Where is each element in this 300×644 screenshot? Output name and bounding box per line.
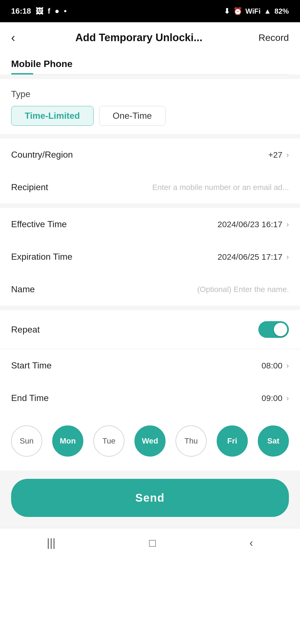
end-time-group: End Time 09:00 › — [0, 382, 300, 414]
start-time-value: 08:00 › — [262, 361, 289, 370]
name-group: Name (Optional) Enter the name. — [0, 273, 300, 306]
expiration-time-text: 2024/06/25 17:17 — [218, 252, 282, 262]
name-label: Name — [11, 284, 35, 294]
send-button[interactable]: Send — [11, 479, 289, 517]
expiration-time-chevron: › — [286, 252, 289, 261]
nav-menu-icon[interactable]: ||| — [47, 537, 56, 549]
country-region-code: +27 — [268, 150, 282, 160]
divider-2 — [0, 134, 300, 138]
page-title: Add Temporary Unlocki... — [28, 32, 250, 44]
status-bar: 16:18 🖼 f ● • ⬇ ⏰ WiFi ▲ 82% — [0, 0, 300, 22]
status-facebook-icon: f — [48, 7, 50, 16]
start-time-label: Start Time — [11, 360, 52, 371]
type-label: Type — [11, 89, 289, 99]
day-tue[interactable]: Tue — [93, 425, 124, 457]
back-button[interactable]: ‹ — [11, 31, 28, 44]
repeat-row: Repeat — [0, 310, 300, 349]
day-mon[interactable]: Mon — [52, 425, 83, 457]
expiration-time-group: Expiration Time 2024/06/25 17:17 › — [0, 241, 300, 273]
start-time-text: 08:00 — [262, 361, 282, 370]
nav-back-icon[interactable]: ‹ — [249, 537, 253, 549]
type-buttons: Time-Limited One-Time — [11, 106, 289, 126]
recipient-input[interactable]: Enter a mobile number or an email ad... — [152, 183, 289, 192]
toggle-knob — [274, 323, 287, 336]
status-time: 16:18 — [11, 7, 31, 16]
status-right: ⬇ ⏰ WiFi ▲ 82% — [224, 7, 289, 16]
country-region-label: Country/Region — [11, 150, 73, 160]
day-sun[interactable]: Sun — [11, 425, 42, 457]
tab-mobile-phone[interactable]: Mobile Phone — [11, 56, 72, 74]
effective-time-chevron: › — [286, 220, 289, 229]
status-battery: 82% — [274, 7, 289, 16]
country-region-group: Country/Region +27 › — [0, 138, 300, 171]
end-time-value: 09:00 › — [262, 393, 289, 403]
divider-3 — [0, 204, 300, 208]
status-download-icon: ⬇ — [224, 7, 230, 16]
recipient-group: Recipient Enter a mobile number or an em… — [0, 171, 300, 204]
effective-time-row[interactable]: Effective Time 2024/06/23 16:17 › — [0, 208, 300, 241]
effective-time-text: 2024/06/23 16:17 — [218, 220, 282, 229]
repeat-label: Repeat — [11, 325, 40, 335]
end-time-chevron: › — [286, 394, 289, 403]
section-divider — [0, 75, 300, 79]
name-input[interactable]: (Optional) Enter the name. — [197, 285, 289, 294]
record-button[interactable]: Record — [250, 32, 289, 43]
effective-time-label: Effective Time — [11, 219, 67, 229]
day-thu[interactable]: Thu — [176, 425, 207, 457]
divider-4 — [0, 306, 300, 310]
type-section: Type Time-Limited One-Time — [0, 79, 300, 134]
status-signal-icon: ▲ — [264, 7, 271, 16]
end-time-row[interactable]: End Time 09:00 › — [0, 382, 300, 414]
day-wed[interactable]: Wed — [134, 425, 166, 457]
effective-time-value: 2024/06/23 16:17 › — [218, 220, 289, 229]
effective-time-group: Effective Time 2024/06/23 16:17 › — [0, 208, 300, 241]
start-time-chevron: › — [286, 361, 289, 370]
repeat-toggle[interactable] — [258, 321, 289, 338]
status-whatsapp-icon: ● — [55, 7, 59, 16]
end-time-text: 09:00 — [262, 393, 282, 403]
type-one-time[interactable]: One-Time — [99, 106, 166, 126]
tab-row: Mobile Phone — [11, 56, 289, 75]
end-time-label: End Time — [11, 393, 49, 403]
days-row: Sun Mon Tue Wed Thu Fri Sat — [0, 414, 300, 470]
status-dot-icon: • — [64, 7, 67, 16]
expiration-time-value: 2024/06/25 17:17 › — [218, 252, 289, 262]
expiration-time-row[interactable]: Expiration Time 2024/06/25 17:17 › — [0, 241, 300, 273]
status-wifi-icon: WiFi — [246, 7, 261, 16]
start-time-row[interactable]: Start Time 08:00 › — [0, 349, 300, 382]
start-time-group: Start Time 08:00 › — [0, 349, 300, 382]
country-region-row[interactable]: Country/Region +27 › — [0, 138, 300, 171]
status-photo-icon: 🖼 — [36, 7, 43, 16]
bottom-nav: ||| □ ‹ — [0, 528, 300, 555]
tab-section: Mobile Phone — [0, 53, 300, 75]
day-sat[interactable]: Sat — [258, 425, 289, 457]
name-row: Name (Optional) Enter the name. — [0, 273, 300, 306]
recipient-row: Recipient Enter a mobile number or an em… — [0, 171, 300, 204]
nav-home-icon[interactable]: □ — [149, 537, 156, 549]
country-region-chevron: › — [286, 150, 289, 159]
country-region-value: +27 › — [268, 150, 289, 160]
nav-bar: ‹ Add Temporary Unlocki... Record — [0, 22, 300, 53]
expiration-time-label: Expiration Time — [11, 252, 72, 262]
send-section: Send — [0, 470, 300, 528]
status-alarm-icon: ⏰ — [233, 7, 242, 16]
type-time-limited[interactable]: Time-Limited — [11, 106, 94, 126]
day-fri[interactable]: Fri — [217, 425, 248, 457]
recipient-label: Recipient — [11, 182, 48, 192]
status-left: 16:18 🖼 f ● • — [11, 7, 67, 16]
